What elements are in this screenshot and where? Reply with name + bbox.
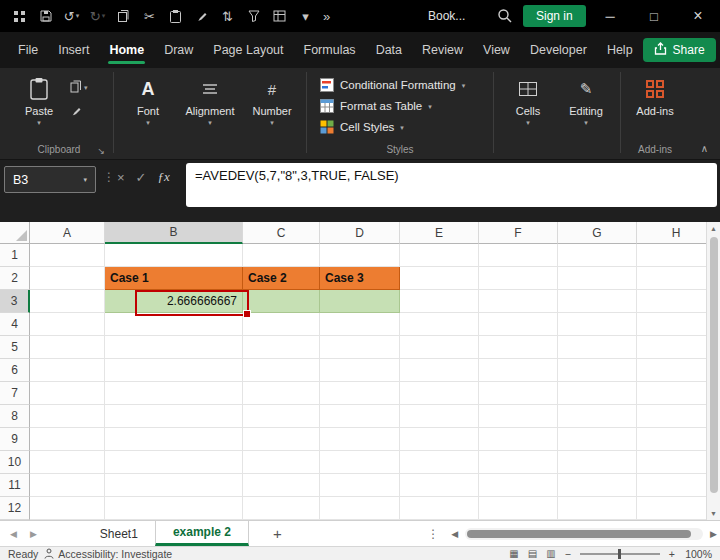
font-group-button[interactable]: A Font ▾ [122,68,174,159]
cell-H5[interactable] [637,336,716,359]
cell-F4[interactable] [479,313,558,336]
undo-icon[interactable]: ↺▾ [60,3,83,29]
conditional-formatting-button[interactable]: Conditional Formatting ▾ [320,78,465,92]
cell-B10[interactable] [105,451,243,474]
cell-D1[interactable] [320,244,400,267]
cell-A10[interactable] [30,451,105,474]
cell-F1[interactable] [479,244,558,267]
scroll-down-icon[interactable]: ▼ [710,507,717,520]
cell-F10[interactable] [479,451,558,474]
row-header-4[interactable]: 4 [0,313,30,336]
save-icon[interactable] [34,3,57,29]
share-button[interactable]: Share [643,38,716,62]
cell-H6[interactable] [637,359,716,382]
row-header-11[interactable]: 11 [0,474,30,497]
page-break-view-icon[interactable]: ▥ [546,548,555,559]
row-header-12[interactable]: 12 [0,497,30,520]
vertical-scroll-thumb[interactable] [710,237,718,493]
cell-F2[interactable] [479,267,558,290]
cell-E1[interactable] [400,244,479,267]
chevron-down-icon[interactable]: ▾ [294,3,317,29]
cell-E12[interactable] [400,497,479,520]
paste-button[interactable]: Paste ▾ [13,68,65,127]
cancel-icon[interactable]: × [117,170,125,185]
column-header-A[interactable]: A [30,222,105,244]
column-header-F[interactable]: F [479,222,558,244]
filter-icon[interactable] [242,3,265,29]
cell-F8[interactable] [479,405,558,428]
cell-A3[interactable] [30,290,105,313]
cell-D11[interactable] [320,474,400,497]
cell-A7[interactable] [30,382,105,405]
tab-home[interactable]: Home [99,32,154,68]
cell-E3[interactable] [400,290,479,313]
column-header-H[interactable]: H [637,222,716,244]
cell-B1[interactable] [105,244,243,267]
sheet-nav-right-icon[interactable]: ▶ [30,529,37,539]
cell-C4[interactable] [243,313,320,336]
cell-E9[interactable] [400,428,479,451]
row-header-5[interactable]: 5 [0,336,30,359]
cell-G2[interactable] [558,267,637,290]
table-icon[interactable] [268,3,291,29]
clipboard-dialog-launcher-icon[interactable]: ↘ [97,146,105,156]
tab-view[interactable]: View [473,32,520,68]
tab-file[interactable]: File [8,32,48,68]
sheet-tab-sheet1[interactable]: Sheet1 [83,521,155,546]
cut-icon[interactable]: ✂ [138,3,161,29]
cell-G12[interactable] [558,497,637,520]
cell-E10[interactable] [400,451,479,474]
row-header-7[interactable]: 7 [0,382,30,405]
tab-data[interactable]: Data [366,32,412,68]
cell-A9[interactable] [30,428,105,451]
cell-B11[interactable] [105,474,243,497]
cell-G9[interactable] [558,428,637,451]
cell-G8[interactable] [558,405,637,428]
cell-B4[interactable] [105,313,243,336]
cell-C3[interactable] [243,290,320,313]
cell-D5[interactable] [320,336,400,359]
tab-page-layout[interactable]: Page Layout [203,32,293,68]
sheet-nav-left-icon[interactable]: ◀ [10,529,17,539]
cell-H9[interactable] [637,428,716,451]
cell-E7[interactable] [400,382,479,405]
select-all-corner[interactable] [0,222,30,244]
sheet-tab-example-2[interactable]: example 2 [155,521,249,546]
add-sheet-button[interactable]: + [273,525,282,542]
cell-G1[interactable] [558,244,637,267]
cell-D4[interactable] [320,313,400,336]
cell-A4[interactable] [30,313,105,336]
apps-icon[interactable] [8,3,31,29]
collapse-ribbon-icon[interactable]: ∧ [701,143,708,154]
sign-in-button[interactable]: Sign in [523,5,586,27]
cell-E2[interactable] [400,267,479,290]
row-header-10[interactable]: 10 [0,451,30,474]
name-box[interactable]: B3 ▾ [4,166,96,193]
format-as-table-button[interactable]: Format as Table ▾ [320,99,465,113]
cell-styles-button[interactable]: Cell Styles ▾ [320,120,465,134]
cell-A1[interactable] [30,244,105,267]
tab-developer[interactable]: Developer [520,32,597,68]
cell-D12[interactable] [320,497,400,520]
tab-draw[interactable]: Draw [154,32,203,68]
cell-B8[interactable] [105,405,243,428]
cell-F7[interactable] [479,382,558,405]
cell-C8[interactable] [243,405,320,428]
scroll-up-icon[interactable]: ▲ [710,222,717,235]
cell-H11[interactable] [637,474,716,497]
sheetbar-overflow-icon[interactable]: ⋮ [427,527,439,541]
cell-G4[interactable] [558,313,637,336]
cell-D10[interactable] [320,451,400,474]
cells-group-button[interactable]: Cells ▾ [502,68,554,159]
cell-B3[interactable]: 2.666666667 [105,290,243,313]
zoom-out-icon[interactable]: − [565,548,571,560]
cell-B9[interactable] [105,428,243,451]
format-painter-icon[interactable] [190,3,213,29]
cell-C6[interactable] [243,359,320,382]
zoom-level[interactable]: 100% [684,548,712,560]
cell-G3[interactable] [558,290,637,313]
close-button[interactable]: × [676,0,720,32]
cell-G6[interactable] [558,359,637,382]
cell-D9[interactable] [320,428,400,451]
number-group-button[interactable]: # Number ▾ [246,68,298,159]
